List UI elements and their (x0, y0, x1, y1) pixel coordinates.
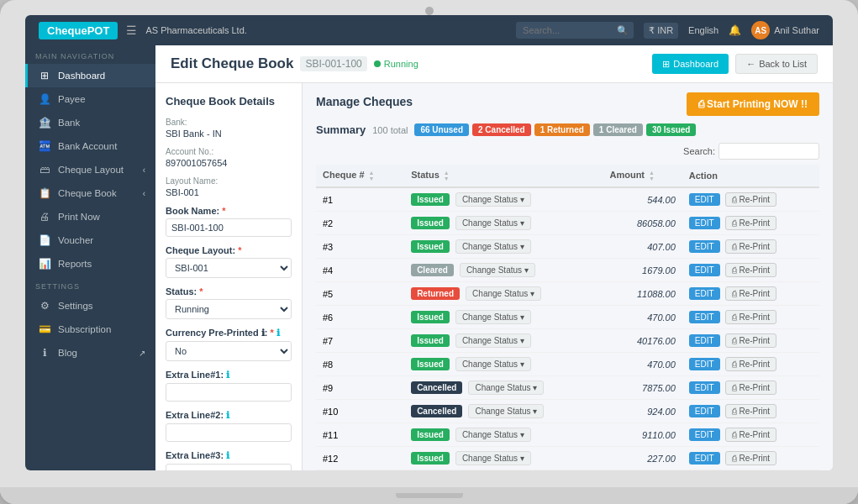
reprint-button[interactable]: ⎙ Re-Print (725, 216, 776, 230)
search-input[interactable] (516, 22, 634, 39)
extra-line3-input[interactable] (166, 464, 292, 470)
language-button[interactable]: English (688, 25, 719, 35)
currency-select[interactable]: No (166, 341, 292, 361)
currency-button[interactable]: ₹ INR (644, 23, 678, 39)
change-status-button[interactable]: Change Status ▾ (455, 310, 531, 324)
extra-line1-input[interactable] (166, 383, 292, 402)
sort-status-icon[interactable]: ▲▼ (444, 170, 450, 181)
edit-button[interactable]: EDIT (689, 381, 720, 394)
reprint-button[interactable]: ⎙ Re-Print (725, 404, 776, 418)
reprint-button[interactable]: ⎙ Re-Print (725, 381, 776, 395)
sidebar-item-payee[interactable]: 👤 Payee (25, 87, 155, 111)
cheque-id: #3 (316, 235, 404, 259)
change-status-button[interactable]: Change Status ▾ (455, 192, 531, 207)
change-status-button[interactable]: Change Status ▾ (468, 381, 544, 395)
table-row: #12 Issued Change Status ▾ 227.00 EDIT ⎙… (316, 447, 819, 470)
edit-button[interactable]: EDIT (689, 240, 720, 253)
change-status-button[interactable]: Change Status ▾ (460, 263, 535, 277)
badge-cleared[interactable]: 1 Cleared (593, 123, 643, 136)
cheque-id: #1 (316, 187, 404, 212)
sidebar-item-bank-account[interactable]: 🏧 Bank Account (25, 134, 155, 158)
edit-button[interactable]: EDIT (689, 193, 720, 206)
sidebar-item-cheque-book[interactable]: 📋 Cheque Book ‹ (25, 181, 155, 205)
extra-line2-input[interactable] (166, 423, 292, 442)
edit-button[interactable]: EDIT (689, 358, 720, 370)
reprint-button[interactable]: ⎙ Re-Print (725, 428, 776, 442)
print-now-button[interactable]: ⎙ Start Printing NOW !! (687, 92, 819, 116)
back-btn-label: Back to List (759, 59, 807, 69)
cheque-id: #12 (316, 447, 404, 470)
extra-line2-info-icon[interactable]: ℹ (226, 410, 229, 420)
change-status-button[interactable]: Change Status ▾ (455, 357, 531, 371)
extra-line3-label: Extra Line#3: ℹ (166, 450, 292, 461)
reprint-button[interactable]: ⎙ Re-Print (725, 357, 776, 371)
sidebar-item-cheque-layout[interactable]: 🗃 Cheque Layout ‹ (25, 158, 155, 181)
reprint-button[interactable]: ⎙ Re-Print (725, 239, 776, 254)
sort-amount-icon[interactable]: ▲▼ (649, 170, 655, 181)
edit-button[interactable]: EDIT (689, 264, 720, 276)
right-panel-title: Manage Cheques (316, 95, 413, 108)
badge-unused[interactable]: 66 Unused (414, 123, 469, 136)
table-row: #5 Returned Change Status ▾ 11088.00 EDI… (316, 282, 819, 306)
extra-line1-info-icon[interactable]: ℹ (226, 370, 229, 380)
badge-issued[interactable]: 30 Issued (646, 123, 697, 136)
sidebar-item-voucher[interactable]: 📄 Voucher (25, 228, 155, 252)
cheque-id: #10 (316, 400, 404, 423)
edit-button[interactable]: EDIT (689, 287, 720, 300)
notification-icon[interactable]: 🔔 (729, 24, 741, 36)
company-name: AS Pharmaceuticals Ltd. (145, 25, 246, 35)
sidebar-item-label: Bank (58, 118, 80, 128)
currency-info-icon[interactable]: ℹ (276, 328, 280, 338)
back-to-list-button[interactable]: ← Back to List (735, 54, 818, 74)
sidebar-item-settings[interactable]: ⚙ Settings (25, 294, 155, 318)
cheque-id: #5 (316, 282, 404, 306)
reprint-button[interactable]: ⎙ Re-Print (725, 263, 776, 277)
reprint-button[interactable]: ⎙ Re-Print (725, 310, 776, 324)
sidebar-item-subscription[interactable]: 💳 Subscription (25, 318, 155, 341)
edit-button[interactable]: EDIT (689, 405, 720, 417)
sidebar-item-blog[interactable]: ℹ Blog ↗ (25, 341, 155, 365)
col-amount: Amount ▲▼ (603, 165, 682, 187)
layout-label: Layout Name: (166, 176, 292, 186)
cheque-actions: EDIT ⎙ Re-Print (682, 282, 819, 306)
badge-returned[interactable]: 1 Returned (534, 123, 590, 136)
sort-cheque-icon[interactable]: ▲▼ (369, 170, 375, 181)
cheque-layout-icon: 🗃 (38, 164, 51, 176)
change-status-button[interactable]: Change Status ▾ (466, 286, 541, 301)
reprint-button[interactable]: ⎙ Re-Print (725, 451, 776, 465)
table-row: #6 Issued Change Status ▾ 470.00 EDIT ⎙ … (316, 306, 819, 329)
cheque-actions: EDIT ⎙ Re-Print (682, 376, 819, 400)
layout-value: SBI-001 (166, 187, 292, 197)
change-status-button[interactable]: Change Status ▾ (468, 404, 544, 418)
change-status-button[interactable]: Change Status ▾ (455, 451, 531, 465)
dashboard-button[interactable]: ⊞ Dashboard (652, 54, 729, 74)
extra-line3-info-icon[interactable]: ℹ (226, 450, 229, 460)
reprint-button[interactable]: ⎙ Re-Print (725, 286, 776, 301)
cheque-search-input[interactable] (719, 143, 819, 160)
reprint-button[interactable]: ⎙ Re-Print (725, 192, 776, 207)
sidebar-item-label: Dashboard (58, 71, 105, 81)
sidebar-item-dashboard[interactable]: ⊞ Dashboard (25, 64, 155, 87)
change-status-button[interactable]: Change Status ▾ (455, 216, 531, 230)
change-status-button[interactable]: Change Status ▾ (455, 428, 531, 442)
change-status-button[interactable]: Change Status ▾ (455, 333, 531, 348)
edit-button[interactable]: EDIT (689, 428, 720, 441)
badge-cancelled[interactable]: 2 Cancelled (472, 123, 531, 136)
status-badge: Issued (411, 311, 450, 323)
cheque-amount: 407.00 (603, 235, 682, 259)
sidebar-item-print-now[interactable]: 🖨 Print Now (25, 205, 155, 228)
status-select[interactable]: Running (166, 299, 292, 319)
book-name-input[interactable] (166, 218, 292, 237)
main-nav-label: MAIN NAVIGATION (25, 45, 155, 64)
hamburger-icon[interactable]: ☰ (126, 24, 137, 37)
cheque-layout-select[interactable]: SBI-001 (166, 258, 292, 278)
reprint-button[interactable]: ⎙ Re-Print (725, 333, 776, 348)
edit-button[interactable]: EDIT (689, 217, 720, 229)
sidebar-item-reports[interactable]: 📊 Reports (25, 252, 155, 276)
change-status-button[interactable]: Change Status ▾ (455, 239, 531, 254)
edit-button[interactable]: EDIT (689, 452, 720, 465)
edit-button[interactable]: EDIT (689, 311, 720, 323)
cheque-status-cell: Issued Change Status ▾ (404, 235, 603, 259)
edit-button[interactable]: EDIT (689, 334, 720, 347)
sidebar-item-bank[interactable]: 🏦 Bank (25, 111, 155, 134)
